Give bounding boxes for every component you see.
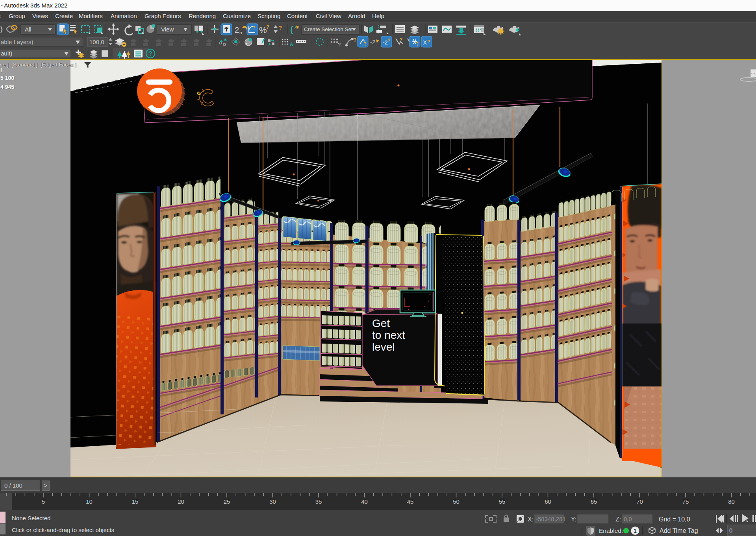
svg-text:able Layers): able Layers) — [1, 39, 33, 45]
svg-text:?: ? — [279, 25, 282, 31]
svg-text:?: ? — [252, 25, 256, 31]
svg-text:35: 35 — [315, 498, 322, 505]
svg-text:80: 80 — [728, 498, 735, 505]
svg-text:%: % — [259, 25, 267, 35]
svg-text:0,0: 0,0 — [624, 516, 632, 522]
svg-text:?: ? — [416, 41, 419, 47]
svg-text:10: 10 — [86, 498, 93, 505]
svg-text:{: { — [290, 25, 293, 34]
svg-text:55: 55 — [499, 498, 506, 505]
svg-text:?: ? — [338, 42, 341, 48]
svg-text:25: 25 — [224, 498, 230, 505]
svg-text:Get: Get — [372, 317, 390, 329]
svg-text:′: ′ — [293, 25, 297, 34]
svg-text:20: 20 — [178, 498, 184, 505]
svg-text:-2: -2 — [370, 39, 375, 45]
svg-text:?: ? — [354, 37, 356, 43]
svg-text:Y:: Y: — [571, 516, 576, 523]
svg-text:2: 2 — [235, 26, 239, 34]
svg-text:?: ? — [148, 50, 152, 57]
svg-text:X: X — [423, 39, 427, 46]
svg-text:?: ? — [266, 24, 269, 30]
svg-text:ault): ault) — [1, 50, 12, 57]
svg-text:X:: X: — [528, 516, 534, 523]
svg-text:50: 50 — [453, 498, 460, 505]
svg-text:level: level — [372, 341, 395, 353]
svg-text:100,0: 100,0 — [89, 39, 104, 45]
svg-text:70: 70 — [636, 498, 643, 505]
svg-text:Grid = 10,0: Grid = 10,0 — [659, 516, 690, 523]
svg-text:?: ? — [363, 41, 367, 47]
svg-text:-2: -2 — [383, 39, 388, 46]
svg-text:75: 75 — [682, 498, 689, 505]
svg-text:A: A — [290, 42, 293, 47]
svg-text:View: View — [161, 26, 174, 33]
svg-text:1: 1 — [634, 528, 637, 534]
svg-text:-58348,281: -58348,281 — [536, 516, 566, 522]
svg-text:5: 5 — [239, 30, 242, 35]
svg-text:5: 5 — [42, 498, 45, 505]
svg-text:Z:: Z: — [615, 516, 621, 523]
svg-text:45: 45 — [407, 498, 414, 505]
svg-text:65: 65 — [591, 498, 597, 505]
svg-text:All: All — [25, 26, 32, 33]
svg-text:Create Selection Set: Create Selection Set — [304, 26, 353, 32]
svg-text:?: ? — [400, 37, 402, 43]
svg-text:?: ? — [387, 38, 390, 43]
svg-text:?: ? — [427, 39, 430, 44]
svg-text:Enabled:: Enabled: — [599, 527, 623, 534]
svg-text:30: 30 — [269, 498, 276, 505]
svg-text:15: 15 — [132, 498, 139, 505]
svg-text:60: 60 — [545, 498, 551, 505]
svg-text:to next: to next — [372, 329, 405, 341]
svg-text:40: 40 — [361, 498, 368, 505]
svg-text:FRO: FRO — [751, 72, 756, 75]
svg-text:0: 0 — [729, 527, 732, 534]
svg-text:Add Time Tag: Add Time Tag — [660, 527, 698, 534]
